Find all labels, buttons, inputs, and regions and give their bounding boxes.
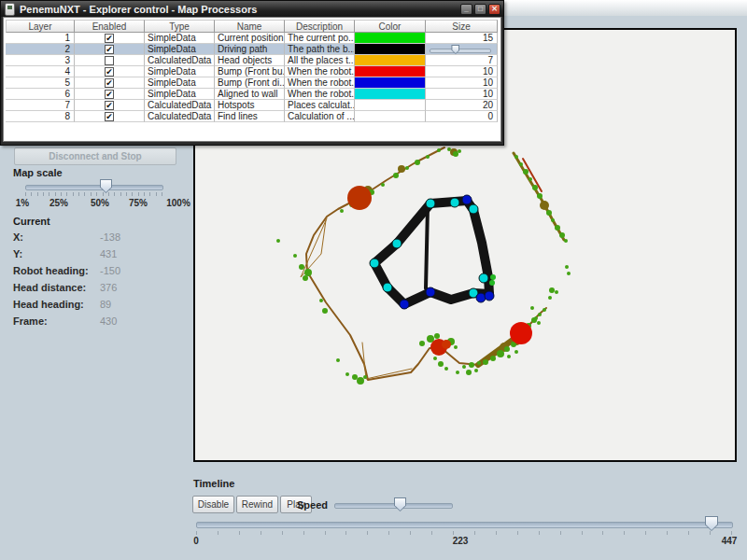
layer-row-4[interactable]: 4✔SimpleDataBump (Front bu...When the ro… [6, 66, 498, 77]
timeline-tick [624, 531, 625, 535]
wall-scan-dot [519, 162, 523, 166]
column-header-color[interactable]: Color [355, 20, 426, 33]
speed-label: Speed [297, 499, 328, 511]
wall-scan-dot [490, 356, 496, 361]
layers-window-titlebar[interactable]: PenemuNXT - Explorer control - Map Proce… [1, 1, 503, 17]
wall-scan-dot [363, 375, 367, 379]
color-swatch[interactable] [355, 44, 425, 54]
current-field-label: Y: [13, 248, 22, 259]
column-header-name[interactable]: Name [215, 20, 285, 33]
size-cell: 7 [426, 55, 498, 66]
enabled-checkbox[interactable]: ✔ [105, 34, 114, 43]
size-cell: 10 [426, 89, 498, 100]
layer-row-3[interactable]: 3CalculatedDataHead objectsAll the place… [6, 55, 498, 66]
color-swatch[interactable] [355, 77, 425, 88]
enabled-cell: ✔ [75, 77, 145, 89]
scale-tick [144, 192, 145, 196]
wall-scan-dot [549, 287, 555, 293]
description-cell: Places calculat... [285, 100, 355, 111]
wall-scan-dot [393, 173, 399, 178]
timeline-tick [474, 531, 475, 535]
wall-scan-dot [444, 367, 448, 371]
wall-scan-dot [497, 350, 504, 357]
color-swatch[interactable] [355, 55, 425, 65]
timeline-tick [410, 531, 411, 535]
wall-scan-dot [483, 359, 488, 365]
layer-row-1[interactable]: 1✔SimpleDataCurrent positionThe current … [6, 33, 498, 44]
aligned-to-wall-dot [450, 198, 459, 207]
enabled-checkbox[interactable] [105, 56, 114, 65]
wall-scan-dot [523, 169, 529, 175]
current-position-marker [489, 280, 495, 286]
hotspot-blob [510, 322, 532, 344]
layer-row-8[interactable]: 8✔CalculatedDataFind linesCalculation of… [6, 111, 498, 122]
layer-row-6[interactable]: 6✔SimpleDataAligned to wallWhen the robo… [6, 89, 498, 100]
wall-scan-dot [299, 264, 304, 270]
close-button[interactable]: ✕ [488, 4, 500, 15]
disconnect-stop-button[interactable]: Disconnect and Stop [14, 147, 176, 165]
color-swatch[interactable] [355, 89, 425, 99]
minimize-button[interactable]: _ [460, 4, 472, 15]
map-scale-slider-track[interactable] [25, 185, 163, 190]
map-scale-slider-thumb[interactable] [100, 179, 112, 193]
current-field-label: X: [13, 231, 23, 243]
current-position-marker [490, 274, 496, 280]
scale-tick [37, 192, 38, 196]
layer-row-2[interactable]: 2✔SimpleDataDriving pathThe path the b..… [6, 44, 498, 55]
timeline-tick [517, 531, 518, 535]
layers-window: PenemuNXT - Explorer control - Map Proce… [0, 0, 504, 146]
wall-scan-dot [322, 308, 328, 314]
timeline-tick-label-mid: 223 [453, 536, 469, 546]
scale-tick [132, 192, 133, 196]
timeline-tick [388, 531, 389, 535]
boundary-wall-path [307, 272, 441, 380]
timeline-tick [560, 531, 561, 535]
timeline-tick [239, 531, 240, 535]
color-swatch[interactable] [355, 33, 425, 43]
enabled-checkbox[interactable]: ✔ [105, 112, 114, 121]
type-cell: CalculatedData [145, 55, 215, 66]
enabled-checkbox[interactable]: ✔ [105, 90, 114, 99]
enabled-checkbox[interactable]: ✔ [105, 78, 114, 88]
column-header-layer[interactable]: Layer [6, 20, 75, 33]
scale-tick [66, 192, 67, 196]
column-header-description[interactable]: Description [285, 20, 355, 33]
scale-tick [156, 192, 157, 196]
layer-row-5[interactable]: 5✔SimpleDataBump (Front di...When the ro… [6, 77, 498, 89]
wall-scan-dot [352, 374, 358, 380]
column-header-type[interactable]: Type [145, 20, 215, 33]
color-swatch[interactable] [355, 111, 425, 121]
speed-slider-thumb[interactable] [394, 497, 406, 511]
window-title: PenemuNXT - Explorer control - Map Proce… [20, 4, 257, 15]
timeline-slider-track[interactable] [196, 522, 733, 528]
wall-scan-dot [530, 306, 534, 310]
name-cell: Head objects [215, 55, 285, 66]
column-header-enabled[interactable]: Enabled [75, 20, 145, 33]
scale-tick [126, 192, 127, 196]
boundary-wall-path [301, 218, 327, 277]
timeline-tick [303, 531, 304, 535]
row-size-slider-track[interactable] [430, 49, 491, 53]
speed-slider-track[interactable] [334, 503, 453, 509]
enabled-checkbox[interactable]: ✔ [105, 67, 114, 77]
timeline-tick [261, 531, 261, 535]
current-section-label: Current [13, 216, 50, 227]
timeline-slider-thumb[interactable] [705, 516, 718, 531]
timeline-tick [710, 531, 711, 535]
timeline-tick-label-end: 447 [722, 536, 738, 546]
enabled-checkbox[interactable]: ✔ [105, 101, 114, 110]
column-header-size[interactable]: Size [426, 20, 498, 33]
enabled-checkbox[interactable]: ✔ [105, 45, 114, 54]
color-swatch[interactable] [355, 100, 425, 110]
maximize-button[interactable]: □ [474, 4, 486, 15]
timeline-tick [539, 531, 540, 535]
color-cell [355, 111, 426, 122]
wall-scan-dot [405, 166, 409, 170]
layer-row-7[interactable]: 7✔CalculatedDataHotspotsPlaces calculat.… [6, 100, 498, 111]
color-swatch[interactable] [355, 66, 425, 77]
rewind-button[interactable]: Rewind [236, 496, 278, 513]
disable-button[interactable]: Disable [192, 496, 234, 513]
enabled-cell: ✔ [75, 100, 145, 111]
size-cell: 10 [426, 66, 498, 77]
wall-scan-dot [555, 225, 560, 231]
